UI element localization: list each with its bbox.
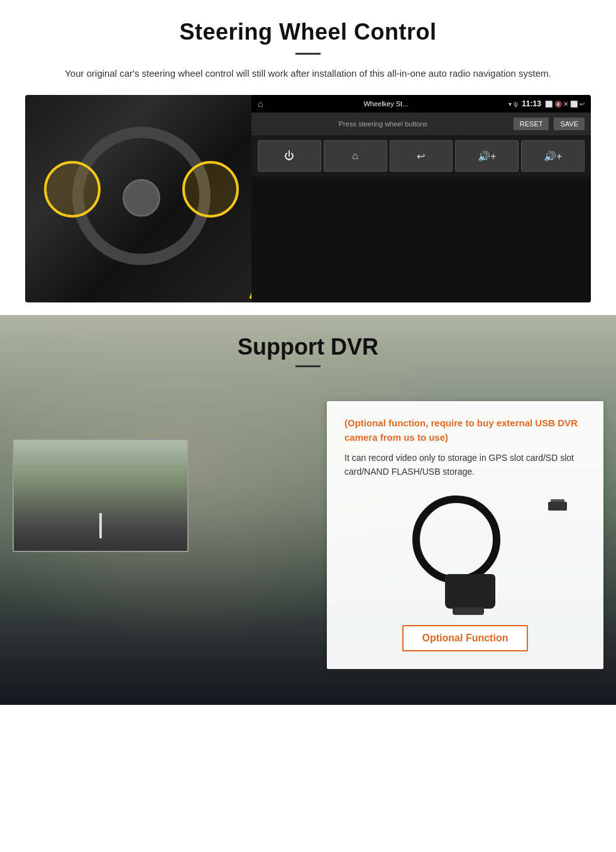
swc-back-btn[interactable]: ↩ bbox=[390, 140, 453, 172]
status-time: 11:13 bbox=[522, 99, 541, 108]
camera-body bbox=[445, 574, 495, 609]
press-text: Press steering wheel buttons bbox=[258, 120, 509, 128]
status-bar: ⌂ Wheelkey St... ▾ ψ 11:13 ⬜ 🔇 ✕ ⬜ ↩ bbox=[251, 95, 591, 113]
swc-description: Your original car's steering wheel contr… bbox=[50, 66, 566, 81]
usb-plug bbox=[548, 502, 567, 511]
dvr-divider bbox=[295, 365, 321, 367]
highlight-right-circle bbox=[182, 161, 239, 218]
dvr-section: Support DVR (Optional function, require … bbox=[0, 315, 616, 705]
dvr-description: It can record video only to storage in G… bbox=[344, 451, 586, 479]
highlight-left-circle bbox=[44, 161, 101, 218]
swc-button-row: ⏻ ⌂ ↩ 🔊+ 🔊+ bbox=[251, 135, 591, 177]
android-screen: ⌂ Wheelkey St... ▾ ψ 11:13 ⬜ 🔇 ✕ ⬜ ↩ Pre… bbox=[251, 95, 591, 302]
steering-wheel-photo bbox=[25, 95, 258, 302]
steering-wheel-center bbox=[123, 179, 160, 217]
swc-power-btn[interactable]: ⏻ bbox=[258, 140, 321, 172]
optional-function-button[interactable]: Optional Function bbox=[402, 625, 529, 651]
dvr-optional-note: (Optional function, require to buy exter… bbox=[344, 416, 586, 445]
screen-dark-area bbox=[251, 177, 591, 302]
swc-vol-up-btn2[interactable]: 🔊+ bbox=[521, 140, 585, 172]
swc-divider bbox=[295, 53, 321, 55]
swc-toolbar: Press steering wheel buttons RESET SAVE bbox=[251, 113, 591, 135]
dvr-preview-image bbox=[13, 439, 189, 552]
swc-home-btn[interactable]: ⌂ bbox=[324, 140, 387, 172]
camera-cable-coil bbox=[412, 495, 500, 584]
status-extra-icons: ⬜ 🔇 ✕ ⬜ ↩ bbox=[545, 101, 585, 108]
swc-vol-up-btn1[interactable]: 🔊+ bbox=[455, 140, 519, 172]
swc-image-container: ⌂ Wheelkey St... ▾ ψ 11:13 ⬜ 🔇 ✕ ⬜ ↩ Pre… bbox=[25, 95, 591, 302]
status-icons: ▾ ψ bbox=[509, 101, 518, 108]
reset-button[interactable]: RESET bbox=[514, 118, 549, 130]
dvr-header-content: Support DVR bbox=[0, 315, 616, 401]
camera-mount-base bbox=[453, 607, 484, 615]
app-name-label: Wheelkey St... bbox=[267, 100, 505, 108]
dvr-road-line bbox=[99, 513, 102, 538]
dvr-lower-area: (Optional function, require to buy exter… bbox=[0, 401, 616, 688]
save-button[interactable]: SAVE bbox=[554, 118, 585, 130]
dvr-title: Support DVR bbox=[25, 334, 591, 360]
home-icon: ⌂ bbox=[258, 99, 263, 109]
swc-title: Steering Wheel Control bbox=[25, 19, 591, 45]
dvr-info-card: (Optional function, require to buy exter… bbox=[327, 401, 603, 669]
dvr-camera-image bbox=[344, 489, 586, 615]
steering-wheel-section: Steering Wheel Control Your original car… bbox=[0, 0, 616, 315]
